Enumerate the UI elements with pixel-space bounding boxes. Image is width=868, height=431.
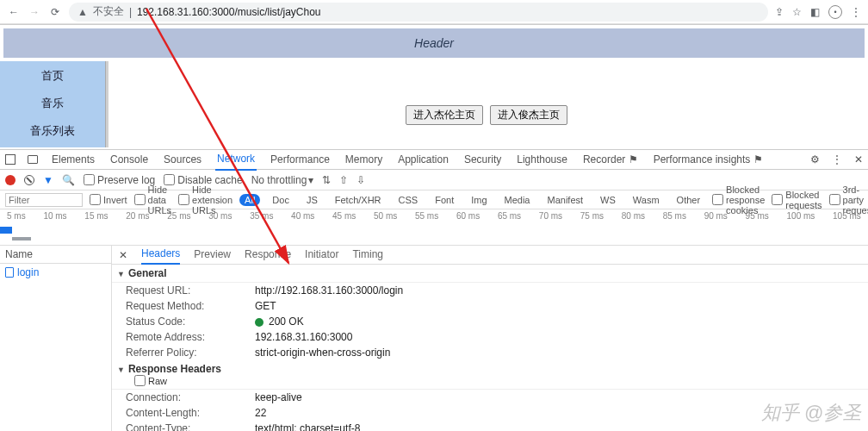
browser-actions: ⇪ ☆ ◧ • ⋮ bbox=[775, 5, 861, 19]
k-content-length: Content-Length: bbox=[126, 407, 255, 419]
invert-checkbox[interactable]: Invert bbox=[90, 194, 127, 205]
v-remote: 192.168.31.160:3000 bbox=[255, 331, 352, 343]
request-row-login[interactable]: login bbox=[0, 264, 111, 281]
section-response-headers[interactable]: ▼Response Headers Raw bbox=[112, 360, 868, 390]
tick: 10 ms bbox=[43, 211, 66, 221]
tab-elements[interactable]: Elements bbox=[50, 150, 96, 170]
filter-toggle-icon[interactable]: ▼ bbox=[43, 174, 53, 186]
throttle-select[interactable]: No throttling ▾ bbox=[251, 174, 314, 186]
network-timeline[interactable]: 5 ms 10 ms 15 ms 20 ms 25 ms 30 ms 35 ms… bbox=[0, 209, 868, 246]
tick: 85 ms bbox=[663, 211, 686, 221]
filter-input[interactable] bbox=[5, 193, 83, 207]
tick: 105 ms bbox=[833, 211, 861, 221]
record-toggle[interactable] bbox=[5, 175, 16, 185]
clear-button[interactable] bbox=[24, 175, 34, 185]
v-status: 200 OK bbox=[255, 315, 304, 328]
back-button[interactable]: ← bbox=[7, 6, 21, 18]
tick: 25 ms bbox=[167, 211, 190, 221]
pill-media[interactable]: Media bbox=[499, 194, 536, 206]
tick: 35 ms bbox=[250, 211, 273, 221]
page-header: Header bbox=[3, 28, 865, 58]
k-referrer: Referrer Policy: bbox=[126, 347, 255, 359]
tab-lighthouse[interactable]: Lighthouse bbox=[515, 150, 569, 170]
device-toggle-icon[interactable] bbox=[28, 155, 38, 164]
detail-tabs: ✕ Headers Preview Response Initiator Tim… bbox=[112, 246, 868, 265]
forward-button[interactable]: → bbox=[28, 6, 41, 18]
pill-manifest[interactable]: Manifest bbox=[542, 194, 589, 206]
reload-button[interactable]: ⟳ bbox=[48, 6, 62, 18]
security-label: 不安全 bbox=[93, 4, 124, 19]
tab-security[interactable]: Security bbox=[462, 150, 503, 170]
blocked-req-label: Blocked requests bbox=[785, 190, 822, 210]
tab-perf-insights[interactable]: Performance insights ⚑ bbox=[652, 150, 765, 170]
throttle-label: No throttling bbox=[251, 174, 307, 186]
pill-all[interactable]: All bbox=[239, 194, 260, 206]
tick: 65 ms bbox=[498, 211, 521, 221]
sidebar-item-music-list[interactable]: 音乐列表 bbox=[30, 123, 75, 139]
pill-js[interactable]: JS bbox=[301, 194, 323, 206]
enter-jaychou-button[interactable]: 进入杰伦主页 bbox=[406, 105, 483, 125]
devtools-tabbar: Elements Console Sources Network Perform… bbox=[0, 149, 868, 170]
download-har-icon[interactable]: ⇩ bbox=[356, 174, 365, 186]
detail-tab-preview[interactable]: Preview bbox=[194, 246, 231, 264]
timeline-chart bbox=[0, 223, 868, 245]
header-title: Header bbox=[414, 36, 454, 50]
sidebar-scrollbar[interactable] bbox=[105, 61, 108, 147]
extensions-icon[interactable]: ◧ bbox=[810, 6, 820, 18]
detail-tab-response[interactable]: Response bbox=[245, 246, 291, 264]
detail-tab-headers[interactable]: Headers bbox=[141, 246, 180, 265]
pill-wasm[interactable]: Wasm bbox=[628, 194, 665, 206]
timeline-bar bbox=[12, 237, 31, 240]
menu-icon[interactable]: ⋮ bbox=[851, 6, 861, 18]
k-remote: Remote Address: bbox=[126, 331, 255, 343]
pill-other[interactable]: Other bbox=[672, 194, 706, 206]
tab-memory[interactable]: Memory bbox=[344, 150, 384, 170]
network-conditions-icon[interactable]: ⇅ bbox=[322, 174, 331, 186]
section-general[interactable]: ▼General bbox=[112, 265, 868, 283]
timeline-ticks: 5 ms 10 ms 15 ms 20 ms 25 ms 30 ms 35 ms… bbox=[0, 209, 868, 221]
bookmark-icon[interactable]: ☆ bbox=[792, 6, 802, 18]
devtools-close-icon[interactable]: ✕ bbox=[854, 153, 863, 166]
k-connection: Connection: bbox=[126, 391, 255, 403]
address-bar[interactable]: ▲ 不安全 | 192.168.31.160:3000/music/list/j… bbox=[69, 3, 768, 22]
pill-doc[interactable]: Doc bbox=[267, 194, 294, 206]
insecure-icon: ▲ bbox=[78, 6, 88, 18]
close-detail-icon[interactable]: ✕ bbox=[119, 249, 127, 261]
sidebar-item-home[interactable]: 首页 bbox=[41, 68, 64, 84]
blocked-requests-checkbox[interactable]: Blocked requests bbox=[772, 190, 822, 210]
pill-fetch-xhr[interactable]: Fetch/XHR bbox=[330, 194, 387, 206]
enter-jj-button[interactable]: 进入俊杰主页 bbox=[490, 105, 567, 125]
document-icon bbox=[5, 267, 14, 278]
k-status: Status Code: bbox=[126, 315, 255, 328]
tab-performance[interactable]: Performance bbox=[269, 150, 332, 170]
search-icon[interactable]: 🔍 bbox=[62, 174, 75, 186]
v-content-length: 22 bbox=[255, 407, 266, 419]
pill-img[interactable]: Img bbox=[466, 194, 492, 206]
settings-icon[interactable]: ⚙ bbox=[810, 153, 820, 166]
tick: 75 ms bbox=[580, 211, 604, 221]
tick: 40 ms bbox=[291, 211, 314, 221]
pill-ws[interactable]: WS bbox=[595, 194, 621, 206]
page-content: Header 首页 音乐 音乐列表 进入杰伦主页 进入俊杰主页 bbox=[0, 24, 868, 149]
upload-har-icon[interactable]: ⇧ bbox=[339, 174, 348, 186]
sidebar-item-music[interactable]: 音乐 bbox=[41, 96, 64, 111]
detail-tab-timing[interactable]: Timing bbox=[352, 246, 383, 264]
page-main: 进入杰伦主页 进入俊杰主页 bbox=[105, 61, 868, 147]
profile-avatar[interactable]: • bbox=[828, 5, 842, 19]
tick: 55 ms bbox=[415, 211, 438, 221]
tab-console[interactable]: Console bbox=[108, 150, 150, 170]
inspect-icon[interactable] bbox=[5, 154, 16, 165]
tab-sources[interactable]: Sources bbox=[162, 150, 203, 170]
tab-network[interactable]: Network bbox=[215, 149, 257, 171]
devtools-menu-icon[interactable]: ⋮ bbox=[832, 153, 842, 166]
v-content-type: text/html; charset=utf-8 bbox=[255, 422, 360, 431]
share-icon[interactable]: ⇪ bbox=[775, 6, 784, 18]
chevron-down-icon: ▾ bbox=[308, 174, 313, 186]
tab-application[interactable]: Application bbox=[396, 150, 450, 170]
pill-css[interactable]: CSS bbox=[394, 194, 424, 206]
pill-font[interactable]: Font bbox=[430, 194, 459, 206]
raw-label: Raw bbox=[148, 376, 167, 386]
detail-tab-initiator[interactable]: Initiator bbox=[305, 246, 338, 264]
raw-toggle[interactable]: Raw bbox=[134, 375, 863, 386]
tab-recorder[interactable]: Recorder ⚑ bbox=[581, 150, 640, 170]
